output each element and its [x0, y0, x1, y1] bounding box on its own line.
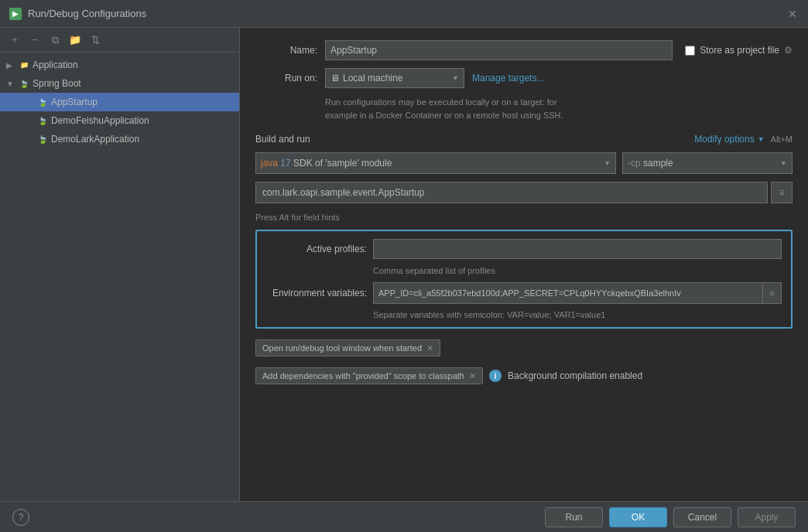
tag-label: Open run/debug tool window when started	[262, 343, 422, 353]
active-profiles-input[interactable]	[373, 239, 782, 259]
profiles-hint: Comma separated list of profiles	[373, 265, 782, 276]
manage-targets-link[interactable]: Manage targets...	[472, 73, 544, 84]
cp-select[interactable]: -cp sample -cp sample ▼	[622, 152, 793, 174]
arrow-icon: ▶	[6, 61, 15, 70]
config-tree: ▶ 📁 Application ▼ 🍃 Spring Boot 🍃 AppSta…	[0, 53, 239, 508]
env-vars-input[interactable]	[374, 283, 762, 303]
tags-row: Open run/debug tool window when started …	[255, 339, 793, 356]
build-run-title: Build and run	[255, 134, 310, 145]
run-icon: 🍃	[37, 134, 48, 145]
tag-label: Add dependencies with "provided" scope t…	[262, 371, 464, 380]
main-layout: + − ⧉ 📁 ⇅ ▶ 📁 Application ▼ 🍃 Spring Boo…	[0, 28, 808, 532]
sidebar-item-label: Spring Boot	[33, 78, 81, 89]
tag-remove-button[interactable]: ✕	[426, 343, 433, 353]
sidebar-item-application[interactable]: ▶ 📁 Application	[0, 56, 239, 74]
spring-icon: 🍃	[19, 78, 29, 89]
tags-row-2: Add dependencies with "provided" scope t…	[255, 367, 793, 384]
dialog-title: Run/Debug Configurations	[28, 8, 786, 19]
bottom-bar: ? Run OK Cancel Apply	[0, 501, 808, 532]
run-on-label: Run on:	[255, 73, 317, 84]
active-profiles-row: Active profiles:	[266, 239, 782, 259]
tag-open-tool-window: Open run/debug tool window when started …	[255, 339, 440, 356]
highlighted-section: Active profiles: Comma separated list of…	[255, 230, 793, 329]
run-on-row: Run on: Local machine 🖥 Local machine ▼ …	[255, 68, 793, 88]
bg-compile-label: Background compilation enabled	[508, 370, 642, 381]
build-run-header: Build and run Modify options ▼ Alt+M	[255, 134, 793, 145]
run-icon: 🍃	[37, 115, 48, 126]
info-icon[interactable]: i	[489, 370, 502, 382]
env-vars-label: Environment variables:	[266, 288, 367, 298]
remove-config-button[interactable]: −	[26, 32, 43, 49]
dropdown-arrow-icon: ▼	[758, 135, 765, 143]
sdk-row: java 17 SDK of 'sample' module java 17 S…	[255, 152, 793, 174]
store-checkbox-row: Store as project file ⚙	[685, 45, 793, 56]
copy-config-button[interactable]: ⧉	[46, 32, 63, 49]
run-button[interactable]: Run	[545, 507, 603, 527]
app-icon: ▶	[9, 8, 22, 20]
main-class-input[interactable]	[255, 182, 768, 203]
close-button[interactable]: ✕	[786, 8, 799, 20]
press-alt-hint: Press Alt for field hints	[255, 213, 793, 222]
sidebar-item-label: DemoLarkApplication	[51, 134, 139, 145]
tag-add-dependencies: Add dependencies with "provided" scope t…	[255, 367, 483, 384]
sidebar-item-label: DemoFeishuApplication	[51, 115, 149, 126]
browse-button[interactable]: ≡	[771, 182, 793, 203]
sort-button[interactable]: ⇅	[87, 32, 104, 49]
run-icon: 🍃	[37, 97, 48, 107]
env-vars-edit-button[interactable]: ≡	[762, 283, 781, 303]
modify-options-link[interactable]: Modify options	[694, 134, 754, 145]
sidebar: + − ⧉ 📁 ⇅ ▶ 📁 Application ▼ 🍃 Spring Boo…	[0, 28, 240, 532]
bottom-left: ?	[12, 509, 29, 526]
settings-icon[interactable]: ⚙	[784, 45, 793, 56]
run-on-select[interactable]: Local machine 🖥 Local machine ▼	[325, 68, 464, 88]
sidebar-item-spring-boot[interactable]: ▼ 🍃 Spring Boot	[0, 74, 239, 93]
name-input[interactable]	[325, 40, 673, 60]
name-label: Name:	[255, 45, 317, 56]
store-as-project-label: Store as project file	[700, 45, 779, 56]
sidebar-item-label: Application	[33, 60, 78, 70]
sidebar-item-appstartup[interactable]: 🍃 AppStartup	[0, 93, 239, 111]
cancel-button[interactable]: Cancel	[673, 507, 731, 527]
tag-remove-button[interactable]: ✕	[469, 371, 476, 381]
bottom-right: Run OK Cancel Apply	[545, 507, 796, 527]
sidebar-toolbar: + − ⧉ 📁 ⇅	[0, 28, 239, 53]
name-row: Name: Store as project file ⚙	[255, 40, 793, 60]
sidebar-item-label: AppStartup	[51, 97, 98, 107]
env-vars-input-wrap: ≡	[373, 282, 782, 304]
store-as-project-checkbox[interactable]	[685, 46, 695, 56]
apply-button[interactable]: Apply	[738, 507, 796, 527]
active-profiles-label: Active profiles:	[266, 244, 367, 254]
move-to-group-button[interactable]: 📁	[67, 32, 84, 49]
sidebar-item-demofeishu[interactable]: 🍃 DemoFeishuApplication	[0, 111, 239, 130]
shortcut-hint: Alt+M	[771, 135, 793, 144]
env-vars-hint: Separate variables with semicolon: VAR=v…	[373, 310, 782, 319]
class-row: ≡	[255, 182, 793, 203]
config-content: Name: Store as project file ⚙ Run on: Lo…	[240, 28, 808, 532]
add-config-button[interactable]: +	[6, 32, 23, 49]
sidebar-item-demolark[interactable]: 🍃 DemoLarkApplication	[0, 130, 239, 148]
help-button[interactable]: ?	[12, 509, 29, 526]
sdk-select[interactable]: java 17 SDK of 'sample' module java 17 S…	[255, 152, 616, 174]
ok-button[interactable]: OK	[609, 507, 667, 527]
folder-icon: 📁	[19, 60, 29, 70]
run-on-info: Run configurations may be executed local…	[325, 96, 793, 121]
arrow-icon: ▼	[6, 80, 15, 88]
title-bar: ▶ Run/Debug Configurations ✕	[0, 0, 808, 28]
env-vars-row: Environment variables: ≡	[266, 282, 782, 304]
